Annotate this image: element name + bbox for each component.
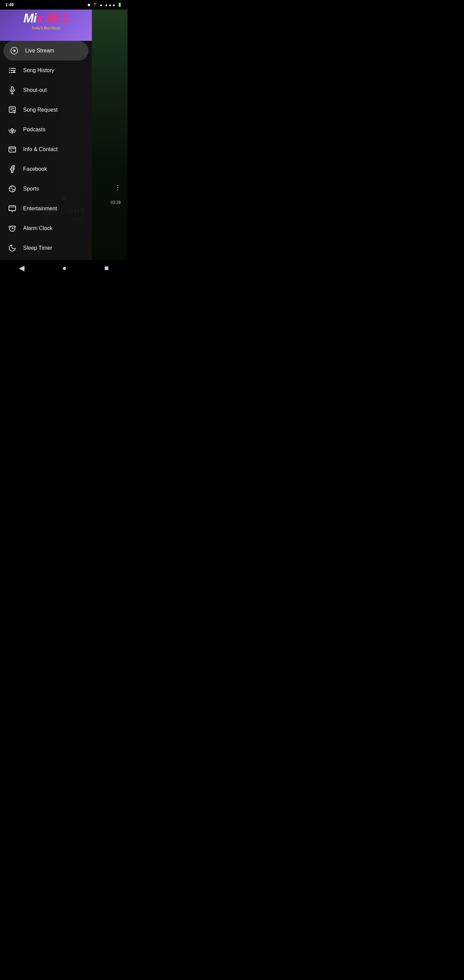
svg-point-17 [11, 129, 13, 130]
home-button[interactable]: ● [56, 261, 73, 275]
menu-label-facebook: Facebook [23, 166, 47, 172]
svg-point-5 [9, 68, 10, 69]
status-icons: ⏺ 📍 ▲ ▲▲▲ 🔋 [87, 3, 122, 7]
more-options-button[interactable]: ⋮ [114, 184, 121, 191]
menu-item-live-stream[interactable]: Live Stream [3, 41, 89, 60]
facebook-icon [7, 164, 18, 175]
menu-item-alarm-clock[interactable]: Alarm Clock [0, 218, 92, 238]
menu-label-entertainment: Entertainment [23, 205, 57, 212]
logo-mix: Mix 96.1 [24, 11, 68, 25]
time-total: 03:28 [111, 200, 121, 205]
menu-label-alarm-clock: Alarm Clock [23, 225, 52, 231]
sports-icon [7, 183, 18, 194]
location-icon: 📍 [92, 3, 97, 7]
svg-point-6 [9, 70, 10, 71]
menu-list: Live Stream Song History [0, 41, 92, 276]
menu-label-song-history: Song History [23, 67, 54, 73]
menu-label-live-stream: Live Stream [25, 48, 54, 54]
svg-marker-1 [14, 49, 16, 52]
menu-item-facebook[interactable]: Facebook [0, 159, 92, 179]
menu-label-sleep-timer: Sleep Timer [23, 245, 52, 251]
battery-icon: 🔋 [118, 3, 122, 7]
navigation-bar: ◀ ● ■ [0, 260, 127, 276]
menu-item-entertainment[interactable]: Entertainment [0, 199, 92, 218]
menu-item-shout-out[interactable]: Shout-out [0, 80, 92, 100]
back-button[interactable]: ◀ [12, 261, 31, 275]
entertainment-icon [7, 203, 18, 214]
info-icon [7, 144, 18, 155]
menu-item-podcasts[interactable]: Podcasts [0, 120, 92, 140]
status-time: 1:49 [5, 2, 14, 7]
microphone-icon [7, 85, 18, 95]
menu-label-sports: Sports [23, 186, 39, 192]
recents-button[interactable]: ■ [97, 261, 115, 275]
menu-item-sports[interactable]: Sports [0, 179, 92, 199]
alarm-icon [7, 223, 18, 234]
menu-item-sleep-timer[interactable]: Sleep Timer [0, 238, 92, 258]
moon-icon [7, 243, 18, 253]
svg-rect-19 [9, 147, 16, 152]
svg-rect-23 [9, 206, 16, 211]
svg-point-16 [14, 112, 14, 112]
svg-point-7 [9, 72, 10, 73]
signal-icon: ▲▲▲ [105, 3, 116, 7]
menu-label-shout-out: Shout-out [23, 87, 47, 93]
menu-item-info-contact[interactable]: Info & Contact [0, 140, 92, 159]
svg-rect-8 [11, 87, 13, 91]
request-icon [7, 105, 18, 115]
record-icon: ⏺ [87, 3, 91, 7]
wifi-icon: ▲ [99, 3, 103, 7]
menu-label-info-contact: Info & Contact [23, 146, 57, 153]
menu-label-song-request: Song Request [23, 107, 57, 113]
navigation-drawer: Mix 96.1 Today's Best Music Live Stream [0, 0, 92, 276]
menu-item-song-request[interactable]: Song Request [0, 100, 92, 120]
status-bar: 1:49 ⏺ 📍 ▲ ▲▲▲ 🔋 [0, 0, 127, 10]
music-list-icon [7, 65, 18, 76]
logo-tagline: Today's Best Music [24, 26, 68, 30]
menu-label-podcasts: Podcasts [23, 127, 46, 133]
menu-item-song-history[interactable]: Song History [0, 60, 92, 80]
play-icon [9, 45, 20, 56]
podcast-icon [7, 124, 18, 135]
